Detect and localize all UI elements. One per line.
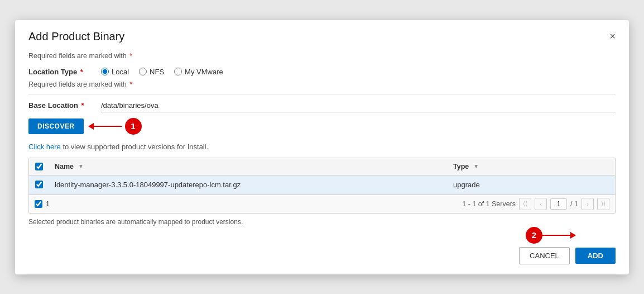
required-star-2: * [128, 80, 132, 88]
radio-local[interactable]: Local [101, 68, 129, 76]
arrow-annotation-1: 1 [88, 118, 142, 135]
location-type-label: Location Type * [28, 68, 101, 76]
required-note-1: Required fields are marked with * [28, 52, 616, 60]
th-name: Name ▼ [49, 158, 448, 175]
click-here-row: Click here to view supported product ver… [28, 143, 616, 151]
radio-myvmware-input[interactable] [174, 68, 182, 75]
dialog-title: Add Product Binary [28, 30, 124, 43]
binaries-table: Name ▼ Type ▼ identity-manager-3.3.5.0-1… [28, 158, 616, 214]
arrow-line-2 [542, 235, 570, 236]
table-footer: 1 1 - 1 of 1 Servers ⟨⟨ ‹ / 1 › ⟩⟩ [29, 195, 615, 213]
discover-row: DISCOVER 1 [28, 118, 616, 135]
row-checkbox-1[interactable] [35, 181, 43, 188]
location-type-row: Location Type * Local NFS My VMware [28, 68, 616, 76]
page-number-input[interactable] [550, 198, 567, 210]
footer-checkbox[interactable] [35, 200, 42, 208]
row-type-1: upgrade [448, 176, 615, 194]
table-header-row: Name ▼ Type ▼ [29, 158, 615, 176]
discover-button[interactable]: DISCOVER [28, 118, 84, 134]
base-location-input[interactable] [101, 99, 616, 112]
pagination-last-btn[interactable]: ⟩⟩ [597, 198, 609, 210]
radio-nfs-input[interactable] [139, 68, 147, 75]
base-location-row: Base Location * [28, 99, 616, 112]
annotation-circle-1: 1 [125, 118, 142, 135]
add-button[interactable]: ADD [575, 248, 616, 264]
table-row: identity-manager-3.3.5.0-18049997-update… [29, 176, 615, 195]
pagination-next-btn[interactable]: › [581, 198, 594, 210]
close-icon[interactable]: × [609, 31, 616, 41]
type-filter-icon[interactable]: ▼ [473, 163, 479, 169]
required-star-1: * [128, 52, 132, 60]
footer-right: 1 - 1 of 1 Servers ⟨⟨ ‹ / 1 › ⟩⟩ [462, 198, 609, 210]
name-filter-icon[interactable]: ▼ [78, 163, 84, 169]
annotation-circle-2: 2 [526, 227, 542, 244]
dialog-body: Required fields are marked with * Locati… [15, 50, 629, 243]
selected-note: Selected product binaries are automatica… [28, 218, 616, 226]
base-location-label: Base Location * [28, 101, 101, 110]
pagination-prev-btn[interactable]: ‹ [535, 198, 547, 210]
select-all-checkbox[interactable] [35, 163, 43, 170]
dialog-header: Add Product Binary × [15, 20, 629, 50]
radio-myvmware[interactable]: My VMware [174, 68, 223, 76]
radio-local-input[interactable] [101, 68, 109, 75]
arrow-line-1 [94, 126, 122, 127]
footer-left: 1 [35, 200, 50, 208]
pagination-first-btn[interactable]: ⟨⟨ [519, 198, 531, 210]
add-product-binary-dialog: Add Product Binary × Required fields are… [15, 20, 629, 274]
arrow-head-1 [88, 123, 94, 130]
arrow-head-2 [570, 232, 576, 239]
arrow-annotation-2: 2 [526, 227, 576, 244]
th-type: Type ▼ [448, 158, 615, 175]
radio-nfs[interactable]: NFS [139, 68, 164, 76]
dialog-footer: 2 CANCEL ADD [15, 243, 629, 274]
th-checkbox-cell [29, 158, 49, 175]
row-checkbox-cell [29, 176, 49, 193]
divider [28, 94, 616, 94]
click-here-link[interactable]: Click here [28, 143, 61, 151]
required-note-2: Required fields are marked with * [28, 80, 616, 88]
location-type-radio-group: Local NFS My VMware [101, 68, 223, 76]
cancel-button[interactable]: CANCEL [519, 247, 570, 264]
row-name-1: identity-manager-3.3.5.0-18049997-update… [49, 176, 448, 194]
